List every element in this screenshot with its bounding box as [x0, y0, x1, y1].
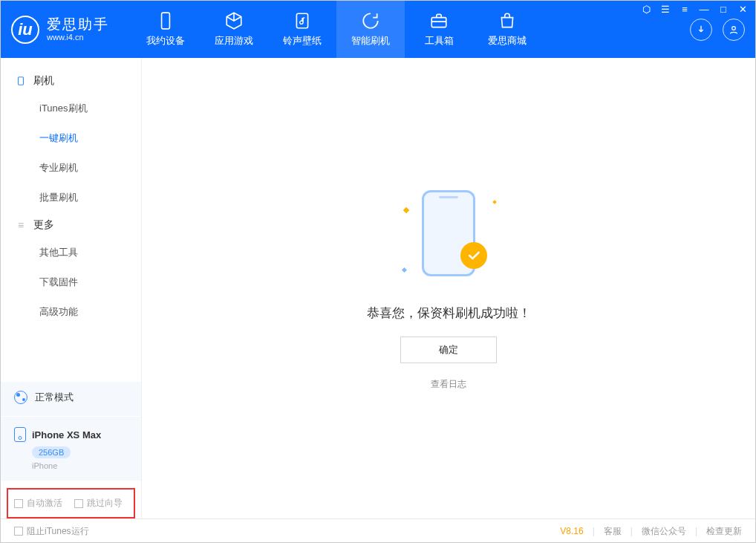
list-icon[interactable]: ☰: [659, 3, 671, 15]
auto-activate-checkbox[interactable]: 自动激活: [14, 497, 62, 510]
download-button[interactable]: [690, 19, 712, 41]
sidebar-item-pro[interactable]: 专业刷机: [1, 153, 141, 183]
device-capacity: 256GB: [32, 446, 71, 458]
sidebar-item-oneclick[interactable]: 一键刷机: [1, 123, 141, 153]
options-icon[interactable]: ≡: [679, 3, 691, 15]
version-label: V8.16: [560, 526, 583, 536]
success-illustration: [397, 186, 501, 290]
close-button[interactable]: ✕: [737, 3, 749, 15]
tab-label: 智能刷机: [351, 35, 390, 48]
check-badge-icon: [460, 242, 487, 269]
toolbox-icon: [429, 11, 449, 30]
music-icon: [293, 11, 312, 30]
option-highlight-box: 自动激活 跳过向导: [7, 488, 135, 518]
section-title: 刷机: [33, 74, 54, 88]
sidebar-section-more: ≡ 更多: [1, 212, 141, 238]
minimize-button[interactable]: —: [698, 3, 710, 15]
svg-point-3: [732, 26, 736, 30]
sidebar-section-flash: 刷机: [1, 68, 141, 94]
checkbox-label: 阻止iTunes运行: [27, 525, 89, 538]
refresh-icon: [361, 11, 380, 30]
update-link[interactable]: 检查更新: [706, 525, 742, 538]
sidebar-item-itunes[interactable]: iTunes刷机: [1, 94, 141, 123]
phone-icon: [156, 11, 175, 30]
app-logo: iu 爱思助手 www.i4.cn: [11, 16, 109, 44]
user-button[interactable]: [723, 19, 745, 41]
device-info-box[interactable]: iPhone XS Max 256GB iPhone: [1, 416, 141, 481]
success-message: 恭喜您，保资料刷机成功啦！: [367, 305, 531, 322]
svg-rect-2: [431, 18, 446, 27]
mode-label: 正常模式: [35, 391, 74, 404]
svg-rect-4: [19, 77, 24, 85]
tab-apps[interactable]: 应用游戏: [200, 1, 268, 58]
tab-store[interactable]: 爱思商城: [473, 1, 541, 58]
maximize-button[interactable]: □: [717, 3, 729, 15]
checkbox-label: 自动激活: [27, 497, 62, 510]
tab-toolbox[interactable]: 工具箱: [405, 1, 473, 58]
tab-label: 铃声壁纸: [283, 35, 322, 48]
phone-outline-icon: [14, 427, 26, 442]
app-subtitle: www.i4.cn: [47, 33, 109, 42]
cube-icon: [224, 11, 244, 30]
device-type: iPhone: [32, 461, 128, 470]
device-mode-box[interactable]: 正常模式: [1, 382, 141, 416]
menu-icon: ≡: [16, 220, 26, 230]
tab-label: 我约设备: [146, 35, 185, 48]
tab-flash[interactable]: 智能刷机: [336, 1, 405, 58]
footer: 阻止iTunes运行 V8.16 | 客服 | 微信公众号 | 检查更新: [1, 518, 755, 543]
app-title: 爱思助手: [47, 16, 109, 33]
sidebar: 刷机 iTunes刷机 一键刷机 专业刷机 批量刷机 ≡ 更多 其他工具 下载固…: [1, 58, 142, 518]
main-content: 恭喜您，保资料刷机成功啦！ 确定 查看日志: [142, 58, 755, 518]
support-link[interactable]: 客服: [604, 525, 622, 538]
view-log-link[interactable]: 查看日志: [431, 378, 466, 391]
skip-guide-checkbox[interactable]: 跳过向导: [74, 497, 123, 510]
nav-tabs: 我约设备 应用游戏 铃声壁纸 智能刷机 工具箱 爱思商城: [131, 1, 541, 58]
tab-label: 爱思商城: [488, 35, 527, 48]
sidebar-item-advanced[interactable]: 高级功能: [1, 297, 141, 327]
wechat-link[interactable]: 微信公众号: [642, 525, 686, 538]
mode-icon: [14, 391, 27, 404]
device-name: iPhone XS Max: [32, 429, 101, 440]
window-controls: ⬡ ☰ ≡ — □ ✕: [640, 3, 749, 15]
tab-label: 应用游戏: [215, 35, 253, 48]
tab-ringtones[interactable]: 铃声壁纸: [268, 1, 336, 58]
bag-icon: [498, 11, 517, 30]
checkbox-label: 跳过向导: [87, 497, 123, 510]
sidebar-item-batch[interactable]: 批量刷机: [1, 183, 141, 212]
shirt-icon[interactable]: ⬡: [640, 3, 652, 15]
svg-rect-0: [162, 13, 170, 29]
block-itunes-checkbox[interactable]: 阻止iTunes运行: [14, 525, 89, 538]
tab-label: 工具箱: [425, 35, 454, 48]
tab-device[interactable]: 我约设备: [131, 1, 200, 58]
logo-icon: iu: [11, 16, 39, 44]
confirm-button[interactable]: 确定: [400, 336, 497, 363]
sidebar-item-firmware[interactable]: 下载固件: [1, 267, 141, 297]
section-title: 更多: [33, 218, 54, 232]
sidebar-item-other[interactable]: 其他工具: [1, 238, 141, 267]
device-icon: [16, 76, 26, 86]
